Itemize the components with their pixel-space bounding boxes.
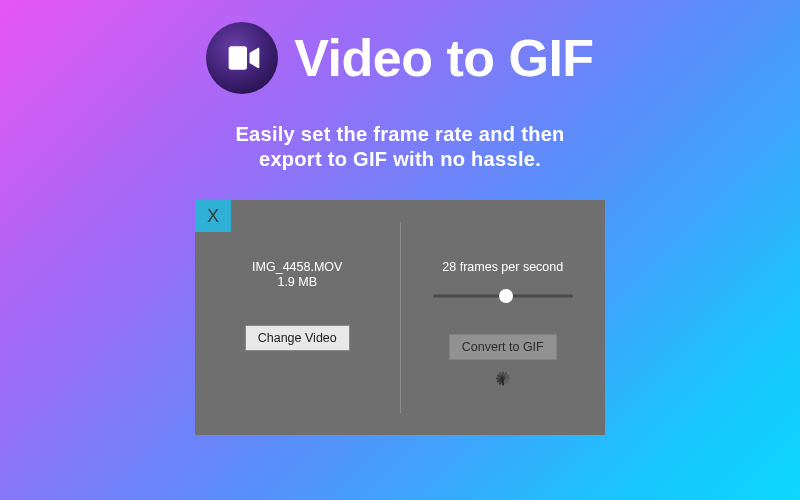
app-title: Video to GIF	[294, 28, 593, 88]
framerate-slider[interactable]	[433, 288, 573, 304]
slider-thumb[interactable]	[499, 289, 513, 303]
subtitle-line-1: Easily set the frame rate and then	[0, 122, 800, 147]
marketing-subtitle: Easily set the frame rate and then expor…	[0, 122, 800, 172]
app-logo	[206, 22, 278, 94]
loading-spinner-icon	[491, 378, 515, 402]
fps-label: 28 frames per second	[442, 260, 563, 274]
file-name-label: IMG_4458.MOV	[252, 260, 342, 274]
convert-button[interactable]: Convert to GIF	[449, 334, 557, 360]
convert-panel: 28 frames per second Convert to GIF	[401, 200, 606, 435]
app-window: X IMG_4458.MOV 1.9 MB Change Video 28 fr…	[195, 200, 605, 435]
videocam-icon	[222, 38, 262, 78]
subtitle-line-2: export to GIF with no hassle.	[0, 147, 800, 172]
video-info-panel: IMG_4458.MOV 1.9 MB Change Video	[195, 222, 401, 413]
app-header: Video to GIF	[0, 22, 800, 94]
change-video-button[interactable]: Change Video	[245, 325, 350, 351]
file-size-label: 1.9 MB	[277, 275, 317, 289]
